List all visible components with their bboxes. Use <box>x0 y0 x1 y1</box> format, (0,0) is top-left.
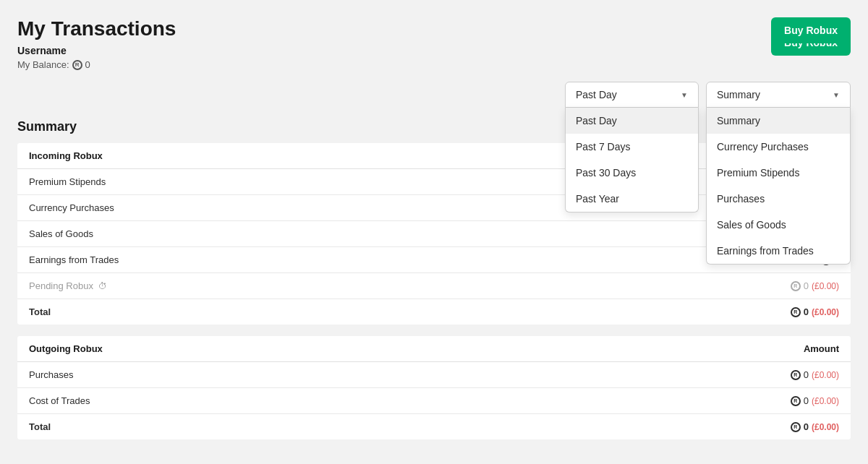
outgoing-table: Outgoing Robux Amount Purchases R 0 (£0.… <box>17 336 851 439</box>
balance-label: My Balance: <box>17 59 69 70</box>
period-selected-label: Past Day <box>576 89 617 100</box>
page-container: My Transactions Username My Balance: R 0… <box>0 0 868 464</box>
table-row-outgoing-total: Total R 0 (£0.00) <box>17 414 851 439</box>
table-row: Pending Robux ⏱ R 0 (£0.00) <box>17 273 851 299</box>
page-title: My Transactions <box>17 17 851 40</box>
period-option-past-7-days[interactable]: Past 7 Days <box>566 134 698 160</box>
outgoing-total-gbp: (£0.00) <box>812 422 839 432</box>
row-value-pending-robux: R 0 (£0.00) <box>791 280 839 291</box>
period-option-past-year[interactable]: Past Year <box>566 186 698 212</box>
robux-icon: R <box>791 281 801 291</box>
row-value-incoming-total: R 0 (£0.00) <box>791 306 839 317</box>
table-row: Cost of Trades R 0 (£0.00) <box>17 388 851 414</box>
row-label-sales-of-goods: Sales of Goods <box>29 228 93 239</box>
type-dropdown-button[interactable]: Summary ▼ <box>706 82 851 108</box>
robux-icon: R <box>791 370 801 380</box>
balance-value: 0 <box>85 59 90 70</box>
row-value-cost-of-trades: R 0 (£0.00) <box>791 395 839 406</box>
row-label-earnings-from-trades: Earnings from Trades <box>29 254 119 265</box>
period-dropdown[interactable]: Past Day ▼ Past Day Past 7 Days Past 30 … <box>565 82 699 108</box>
clock-icon: ⏱ <box>98 281 107 291</box>
row-label-pending-robux: Pending Robux ⏱ <box>29 280 107 291</box>
type-option-premium-stipends[interactable]: Premium Stipends <box>707 160 850 186</box>
balance-row: My Balance: R 0 <box>17 59 851 70</box>
row-label-cost-of-trades: Cost of Trades <box>29 395 90 406</box>
outgoing-table-header: Outgoing Robux Amount <box>17 336 851 362</box>
period-option-past-day[interactable]: Past Day <box>566 108 698 134</box>
period-dropdown-menu: Past Day Past 7 Days Past 30 Days Past Y… <box>565 108 699 212</box>
purchases-gbp: (£0.00) <box>812 370 839 380</box>
row-value-purchases: R 0 (£0.00) <box>791 369 839 380</box>
robux-icon: R <box>791 307 801 317</box>
outgoing-header-label: Outgoing Robux <box>29 343 103 354</box>
row-label-purchases: Purchases <box>29 369 73 380</box>
row-label-currency-purchases: Currency Purchases <box>29 202 114 213</box>
table-row-total: Total R 0 (£0.00) <box>17 299 851 325</box>
type-option-earnings-from-trades[interactable]: Earnings from Trades <box>707 238 850 264</box>
type-option-sales-of-goods[interactable]: Sales of Goods <box>707 212 850 238</box>
buy-robux-button-top[interactable]: Buy Robux <box>771 17 851 43</box>
period-dropdown-button[interactable]: Past Day ▼ <box>565 82 699 108</box>
period-chevron-icon: ▼ <box>681 91 688 99</box>
table-row: Purchases R 0 (£0.00) <box>17 362 851 388</box>
robux-icon: R <box>72 60 82 70</box>
type-option-summary[interactable]: Summary <box>707 108 850 134</box>
cost-of-trades-gbp: (£0.00) <box>812 396 839 406</box>
type-selected-label: Summary <box>717 89 760 100</box>
incoming-header-label: Incoming Robux <box>29 150 103 161</box>
pending-robux-gbp: (£0.00) <box>812 281 839 291</box>
row-label-premium-stipends: Premium Stipends <box>29 176 106 187</box>
username-label: Username <box>17 45 851 56</box>
row-label-outgoing-total: Total <box>29 421 51 432</box>
incoming-total-gbp: (£0.00) <box>812 307 839 317</box>
period-option-past-30-days[interactable]: Past 30 Days <box>566 160 698 186</box>
type-option-currency-purchases[interactable]: Currency Purchases <box>707 134 850 160</box>
type-dropdown[interactable]: Summary ▼ Summary Currency Purchases Pre… <box>706 82 851 108</box>
row-value-outgoing-total: R 0 (£0.00) <box>791 421 839 432</box>
type-chevron-icon: ▼ <box>833 91 840 99</box>
type-option-purchases[interactable]: Purchases <box>707 186 850 212</box>
outgoing-header-amount: Amount <box>804 343 839 354</box>
robux-icon: R <box>791 422 801 432</box>
type-dropdown-menu: Summary Currency Purchases Premium Stipe… <box>706 108 851 265</box>
robux-icon: R <box>791 396 801 406</box>
row-label-incoming-total: Total <box>29 306 51 317</box>
